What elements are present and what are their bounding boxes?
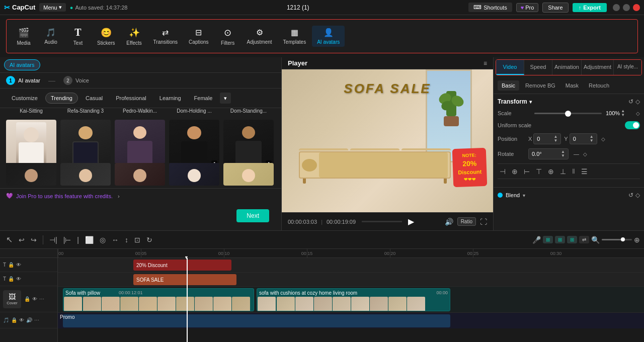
player-menu-icon[interactable]: ≡ [484,60,487,67]
share-button[interactable]: Share [542,3,568,13]
audio-clip[interactable] [63,314,450,327]
fullscreen-icon[interactable]: ⛶ [480,218,487,226]
distribute-h[interactable]: ⦀ [570,166,577,177]
cat-casual[interactable]: Casual [80,93,108,104]
cat-more-button[interactable]: ▾ [220,93,231,104]
position-x-input[interactable]: 0 ▲ ▼ [533,133,561,144]
tl-btn2[interactable]: ⊞ [555,236,565,243]
ai-avatars-tab[interactable]: AI avatars [4,59,40,70]
reset-icon[interactable]: ↺ [628,98,633,105]
toolbar-templates[interactable]: ▦ Templates [278,26,311,47]
cursor-tool[interactable]: ↖ [4,234,15,245]
align-center-v[interactable]: ⊕ [546,166,556,177]
toolbar-media[interactable]: 🎬 Media [11,25,37,48]
toolbar-stickers[interactable]: 😊 Stickers [92,25,120,48]
tl-zoom-slider[interactable] [602,239,632,240]
align-left[interactable]: ⊣ [498,166,508,177]
crop-tool[interactable]: ⊡ [132,235,142,245]
scale-slider[interactable] [534,113,602,114]
split-tool[interactable]: | [75,235,81,245]
toolbar-captions[interactable]: ⊟ Captions [184,26,213,47]
toolbar-audio[interactable]: 🎵 Audio [38,26,64,47]
speaker-icon[interactable]: 🔊 [445,218,453,226]
sub-tab-retouch[interactable]: Retouch [585,80,613,91]
tab-animation[interactable]: Animation [552,60,582,75]
menu-button[interactable]: Menu ▾ [39,3,66,12]
pos-x-down[interactable]: ▼ [553,139,557,143]
toolbar-adjustment[interactable]: ⚙ Adjustment [242,26,277,47]
rotate-tool[interactable]: ↻ [144,235,154,245]
next-button[interactable]: Next [236,209,269,222]
align-top[interactable]: ⊤ [534,166,544,177]
more-icon[interactable]: ⋯ [39,296,44,302]
tl-zoom-out[interactable]: 🔍 [591,236,600,244]
pos-y-stepper[interactable]: ▲ ▼ [590,135,594,143]
avatar-dom-holding[interactable]: ⬇ [169,120,219,163]
tl-btn3[interactable]: ⊞ [567,236,577,243]
scale-down[interactable]: ▼ [621,113,625,117]
cover-button[interactable]: 🖼 Cover [3,290,21,308]
scale-stepper[interactable]: ▲ ▼ [621,109,625,117]
tab-speed[interactable]: Speed [524,60,552,75]
align-bottom[interactable]: ⊥ [558,166,568,177]
lock-icon[interactable]: 🔒 [24,296,30,302]
loop-tool[interactable]: ◎ [98,235,108,245]
position-y-input[interactable]: 0 ▲ ▼ [570,133,597,144]
mic-icon[interactable]: 🎤 [532,236,541,244]
pro-banner[interactable]: 💜 Join Pro to use this feature with cred… [0,188,281,203]
tab-ai-style[interactable]: AI style... [614,60,641,75]
tab-video[interactable]: Video [496,60,524,75]
text-clip-1[interactable]: 20% Discount [133,260,231,271]
rotate-minus[interactable]: — [574,151,579,157]
video-clip-1[interactable]: Sofa with pillow 00:00:12:01 [63,288,254,311]
toolbar-filters[interactable]: ⊙ Filters [215,25,241,48]
blend-diamond[interactable]: ◇ [635,192,640,199]
close-button[interactable] [633,4,640,11]
blend-reset[interactable]: ↺ [628,192,633,199]
cat-female[interactable]: Female [189,93,218,104]
eye-icon[interactable]: 👁 [32,296,37,302]
distribute-v[interactable]: ☰ [579,166,590,177]
tab-adjustment[interactable]: Adjustment [582,60,614,75]
sub-tab-basic[interactable]: Basic [498,80,519,91]
cat-learning[interactable]: Learning [154,93,187,104]
position-keyframe[interactable]: ◇ [601,136,605,142]
rotate-input[interactable]: 0.0° ▲ ▼ [528,148,569,159]
rotate-stepper[interactable]: ▲ ▼ [561,150,565,158]
play-button[interactable]: ▶ [408,217,414,226]
maximize-button[interactable] [623,4,630,11]
lock-icon[interactable]: 🔒 [11,317,17,323]
toolbar-transitions[interactable]: ⇄ Transitions [148,26,183,47]
redo-tool[interactable]: ↪ [29,235,39,245]
pos-y-down[interactable]: ▼ [590,139,594,143]
avatar-refa-standing3[interactable] [60,120,111,163]
align-center-h[interactable]: ⊕ [510,166,520,177]
cat-trending[interactable]: Trending [45,93,78,104]
avatar-kai-sitting[interactable] [6,120,56,163]
scale-keyframe[interactable]: ◇ [636,111,640,116]
pos-x-stepper[interactable]: ▲ ▼ [553,135,557,143]
eye-icon[interactable]: 👁 [19,317,24,323]
cat-customize[interactable]: Customize [6,93,43,104]
toolbar-text[interactable]: T Text [65,25,91,48]
export-button[interactable]: ↑ Export [573,3,607,12]
sub-tab-mask[interactable]: Mask [561,80,583,91]
mirror-v-tool[interactable]: ↕ [123,235,130,245]
avatar-dom-standing[interactable]: ⬇ [223,120,274,163]
tl-zoom-in[interactable]: ⊕ [634,236,640,244]
align-right[interactable]: ⊢ [522,166,532,177]
blend-chevron[interactable]: ▾ [523,193,525,198]
toolbar-effects[interactable]: ✨ Effects [121,25,147,48]
undo-tool[interactable]: ↩ [17,235,27,245]
shortcuts-button[interactable]: ⌨ Shortcuts [468,3,512,12]
diamond-icon[interactable]: ◇ [635,98,640,105]
toolbar-ai-avatars[interactable]: 👤 AI avatars [312,26,345,47]
mirror-h-tool[interactable]: ↔ [110,235,121,245]
lock-icon[interactable]: 🔒 [8,262,14,268]
rotate-keyframe[interactable]: ◇ [583,151,587,157]
volume-icon[interactable]: 🔊 [26,317,32,323]
rotate-down[interactable]: ▼ [561,154,565,158]
eye-icon[interactable]: 👁 [16,276,21,282]
minimize-button[interactable] [613,4,620,11]
uniform-scale-toggle[interactable] [625,121,640,129]
